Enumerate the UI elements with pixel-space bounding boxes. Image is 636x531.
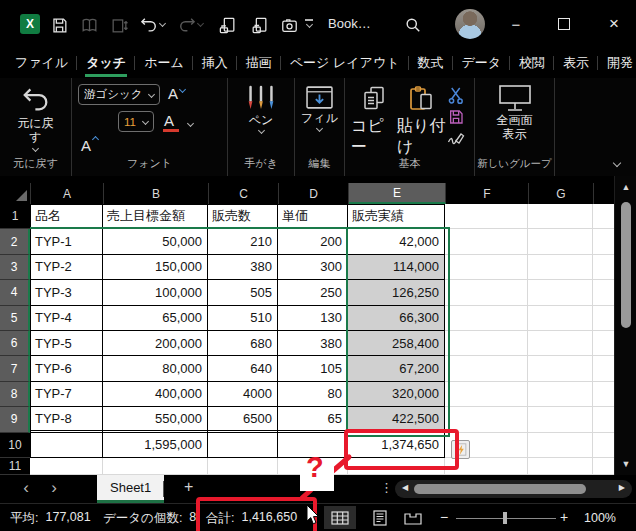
row-header-10[interactable]: 10	[0, 433, 30, 458]
page-layout-view-button[interactable]	[364, 506, 396, 529]
tab-draw[interactable]: 描画	[237, 48, 281, 78]
zoom-level[interactable]: 100%	[584, 511, 616, 525]
cell-b3[interactable]: 150,000	[103, 255, 208, 280]
row-header-4[interactable]: 4	[0, 280, 30, 305]
row-header-2[interactable]: 2	[0, 229, 30, 254]
cell-a3[interactable]: TYP-2	[30, 255, 103, 280]
cell-b7[interactable]: 80,000	[103, 356, 208, 381]
cell-g6[interactable]	[528, 331, 593, 356]
cell-a6[interactable]: TYP-5	[30, 331, 103, 356]
undo-large-button[interactable]: 元に戻す	[0, 85, 71, 151]
print-preview-icon[interactable]	[216, 14, 238, 36]
vertical-scrollbar-thumb[interactable]	[621, 202, 631, 328]
cell-b8[interactable]: 400,000	[103, 382, 208, 407]
normal-view-button[interactable]	[324, 506, 356, 529]
scroll-up-icon[interactable]: ▲	[615, 182, 636, 192]
cell-g7[interactable]	[528, 356, 593, 381]
shrink-font-button[interactable]: A	[168, 86, 178, 101]
cell-a4[interactable]: TYP-3	[30, 280, 103, 305]
font-color-chevron-icon[interactable]	[187, 120, 194, 127]
cell-b10-total[interactable]: 1,595,000	[103, 433, 208, 458]
cell-c10[interactable]	[208, 433, 278, 458]
account-avatar[interactable]	[455, 9, 485, 39]
cell-e3[interactable]: 114,000	[348, 255, 445, 280]
page-break-view-button[interactable]	[397, 506, 429, 529]
col-header-c[interactable]: C	[209, 183, 279, 204]
cell-g1[interactable]	[528, 204, 593, 229]
cell-c1[interactable]: 販売数	[208, 204, 278, 229]
row-header-9[interactable]: 9	[0, 407, 30, 432]
cell-a8[interactable]: TYP-7	[30, 382, 103, 407]
col-header-g[interactable]: G	[529, 183, 594, 204]
cell-partial[interactable]	[593, 407, 614, 432]
cell-b6[interactable]: 200,000	[103, 331, 208, 356]
cell-partial[interactable]	[593, 382, 614, 407]
cell-partial[interactable]	[593, 306, 614, 331]
cell-g2[interactable]	[528, 229, 593, 254]
cell-f6[interactable]	[445, 331, 528, 356]
fill-button[interactable]: フィル	[295, 85, 344, 131]
col-header-e[interactable]: E	[349, 183, 446, 204]
cell-partial[interactable]	[593, 331, 614, 356]
cell-g11[interactable]	[528, 458, 593, 475]
tab-file[interactable]: ファイル	[6, 48, 77, 78]
font-name-combo[interactable]: 游ゴシック	[78, 84, 160, 105]
cell-partial[interactable]	[593, 229, 614, 254]
cell-g4[interactable]	[528, 280, 593, 305]
tab-data[interactable]: データ	[453, 48, 511, 78]
row-header-8[interactable]: 8	[0, 382, 30, 407]
row-header-6[interactable]: 6	[0, 331, 30, 356]
cell-c2[interactable]: 210	[208, 229, 278, 254]
cell-b5[interactable]: 65,000	[103, 306, 208, 331]
row-header-1[interactable]: 1	[0, 204, 30, 229]
row-header-7[interactable]: 7	[0, 356, 30, 381]
cell-a2[interactable]: TYP-1	[30, 229, 103, 254]
cell-e5[interactable]: 66,300	[348, 306, 445, 331]
cell-c7[interactable]: 640	[208, 356, 278, 381]
scroll-left-icon[interactable]: ◀	[402, 483, 408, 492]
tab-insert[interactable]: 挿入	[193, 48, 237, 78]
horizontal-scrollbar[interactable]: ◀ ▶	[395, 480, 632, 498]
cell-g3[interactable]	[528, 255, 593, 280]
cell-a1[interactable]: 品名	[30, 204, 103, 229]
cell-f7[interactable]	[445, 356, 528, 381]
col-header-a[interactable]: A	[31, 183, 104, 204]
cell-d9[interactable]: 65	[278, 407, 348, 432]
cell-b1[interactable]: 売上目標金額	[103, 204, 208, 229]
cell-f9[interactable]	[445, 407, 528, 432]
col-header-partial[interactable]	[594, 183, 614, 204]
quick-print-icon[interactable]	[248, 14, 270, 36]
cell-a11[interactable]	[30, 458, 103, 475]
cell-f2[interactable]	[445, 229, 528, 254]
cell-g5[interactable]	[528, 306, 593, 331]
qat-overflow-icon[interactable]	[305, 19, 313, 27]
cell-a10[interactable]	[30, 433, 103, 458]
cell-f3[interactable]	[445, 255, 528, 280]
cell-d5[interactable]: 130	[278, 306, 348, 331]
zoom-out-button[interactable]: −	[440, 509, 448, 525]
cell-c8[interactable]: 4000	[208, 382, 278, 407]
cell-f8[interactable]	[445, 382, 528, 407]
zoom-slider-thumb[interactable]	[503, 512, 507, 524]
cell-a5[interactable]: TYP-4	[30, 306, 103, 331]
cut-button[interactable]	[448, 87, 464, 104]
camera-icon[interactable]	[278, 14, 300, 36]
tab-page-layout[interactable]: ページ レイアウト	[281, 48, 409, 78]
cell-b11[interactable]	[103, 458, 208, 475]
save-purple-button[interactable]	[448, 109, 464, 125]
font-size-combo[interactable]: 11	[118, 111, 154, 132]
cell-partial[interactable]	[593, 255, 614, 280]
cell-b4[interactable]: 100,000	[103, 280, 208, 305]
cell-e8[interactable]: 320,000	[348, 382, 445, 407]
cell-c4[interactable]: 505	[208, 280, 278, 305]
cell-e2-active[interactable]: 42,000	[348, 229, 445, 254]
cell-partial[interactable]	[593, 458, 614, 475]
save-icon[interactable]	[48, 14, 70, 36]
scroll-down-icon[interactable]: ▼	[615, 459, 636, 469]
cell-e6[interactable]: 258,400	[348, 331, 445, 356]
col-header-f[interactable]: F	[446, 183, 529, 204]
sheet-tab-sheet1[interactable]: Sheet1	[97, 475, 164, 503]
minimize-button[interactable]: −	[503, 12, 529, 36]
tab-formulas[interactable]: 数式	[409, 48, 453, 78]
pen-button[interactable]: ペン	[228, 85, 294, 133]
